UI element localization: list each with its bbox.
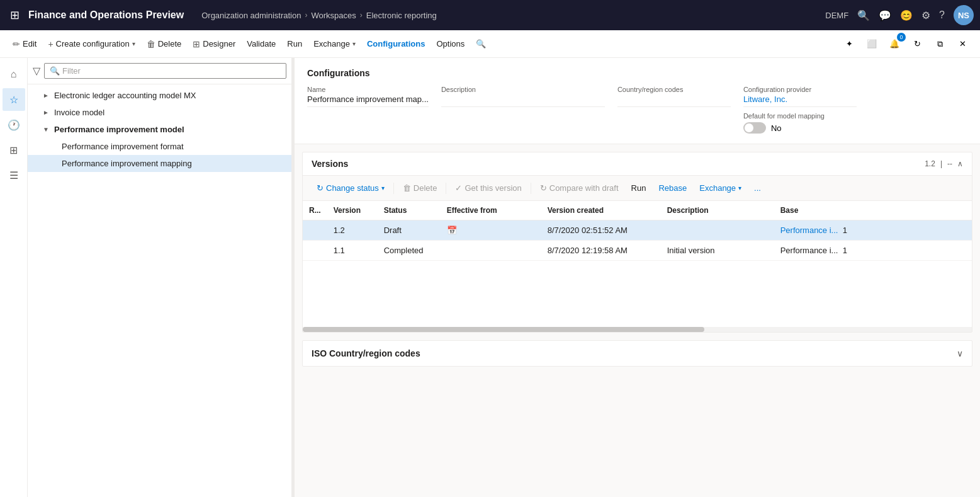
main-layout: ⌂ ☆ 🕐 ⊞ ☰ ▽ 🔍 Filter ► Electronic ledger…	[0, 58, 980, 497]
scrollbar-thumb	[303, 327, 704, 332]
create-chevron-icon: ▾	[132, 40, 135, 47]
versions-run-button[interactable]: Run	[626, 181, 651, 195]
open-new-icon[interactable]: ⧉	[930, 34, 950, 54]
versions-exchange-chevron: ▾	[738, 185, 741, 191]
chat-icon[interactable]: 💬	[879, 9, 891, 21]
versions-dash: --	[947, 159, 952, 168]
change-status-icon: ↻	[317, 183, 324, 193]
col-header-base: Base	[774, 201, 972, 220]
config-fields: Name Performance improvement map... Desc…	[307, 86, 967, 134]
tree-funnel-icon[interactable]: ▽	[33, 65, 40, 77]
versions-sep: |	[940, 159, 942, 168]
change-status-button[interactable]: ↻ Change status ▾	[312, 181, 390, 195]
add-icon: +	[48, 39, 53, 49]
filter-search-icon: 🔍	[50, 66, 60, 76]
config-section: Configurations Name Performance improvem…	[295, 58, 980, 144]
cell-description: Initial version	[661, 241, 774, 261]
config-mapping-toggle[interactable]	[743, 122, 766, 134]
exchange-button[interactable]: Exchange ▾	[308, 35, 361, 52]
nav-recent-icon[interactable]: 🕐	[3, 113, 25, 136]
tree-item-perf-mapping[interactable]: Performance improvement mapping	[28, 155, 291, 172]
table-row[interactable]: 1.2 Draft 📅 8/7/2020 02:51:52 AM Perform…	[303, 220, 972, 241]
breadcrumb-item-1[interactable]: Organization administration	[201, 11, 301, 20]
base-link[interactable]: Performance i...	[780, 226, 838, 235]
calendar-icon[interactable]: 📅	[447, 226, 457, 235]
settings-icon[interactable]: ⚙	[921, 9, 930, 21]
options-button[interactable]: Options	[431, 35, 470, 52]
config-mapping-value: No	[771, 123, 782, 133]
col-header-status: Status	[378, 201, 441, 220]
versions-more-button[interactable]: ...	[749, 181, 766, 195]
filter-placeholder: Filter	[62, 66, 81, 76]
nav-modules-icon[interactable]: ☰	[3, 164, 25, 186]
versions-table-wrapper: R... Version Status Effective from Versi…	[303, 201, 972, 327]
iso-chevron-icon: ∨	[957, 348, 963, 358]
breadcrumb-item-2[interactable]: Workspaces	[311, 11, 356, 20]
designer-icon: ⊞	[193, 39, 200, 49]
config-mapping-label: Default for model mapping	[743, 112, 857, 120]
tree-item-perf-format[interactable]: Performance improvement format	[28, 138, 291, 155]
nav-home-icon[interactable]: ⌂	[3, 63, 25, 86]
emoji-icon[interactable]: 😊	[900, 9, 913, 21]
tree-expand-icon: ►	[43, 109, 50, 116]
close-icon[interactable]: ✕	[952, 34, 972, 54]
versions-delete-button[interactable]: 🗑 Delete	[398, 181, 442, 195]
filter-input-wrapper[interactable]: 🔍 Filter	[44, 63, 286, 79]
personalize-icon[interactable]: ✦	[839, 34, 859, 54]
fullscreen-icon[interactable]: ⬜	[862, 34, 882, 54]
nav-star-icon[interactable]: ☆	[3, 88, 25, 111]
breadcrumb-chevron-1: ›	[305, 11, 307, 20]
tree-item-perf-model[interactable]: ▼ Performance improvement model	[28, 121, 291, 138]
table-row[interactable]: 1.1 Completed 8/7/2020 12:19:58 AM Initi…	[303, 241, 972, 261]
toolbar-sep-1	[393, 183, 394, 194]
user-avatar[interactable]: NS	[954, 5, 974, 25]
versions-collapse-icon[interactable]: ∧	[957, 159, 963, 168]
edit-button[interactable]: ✏ Edit	[8, 35, 42, 53]
cell-base: Performance i... 1	[774, 241, 972, 261]
compare-draft-button[interactable]: ↻ Compare with draft	[535, 181, 624, 195]
refresh-icon[interactable]: ↻	[907, 34, 927, 54]
toolbar-sep-3	[531, 183, 531, 194]
content-area: Configurations Name Performance improvem…	[295, 58, 980, 497]
config-country-field: Country/region codes	[617, 86, 731, 107]
notification-icon[interactable]: 🔔 0	[884, 34, 904, 54]
config-provider-value[interactable]: Litware, Inc.	[743, 94, 857, 107]
horizontal-scrollbar[interactable]	[303, 327, 972, 332]
rebase-button[interactable]: Rebase	[653, 181, 692, 195]
tree-item-elam[interactable]: ► Electronic ledger accounting model MX	[28, 87, 291, 104]
tree-item-label: Performance improvement mapping	[62, 159, 192, 168]
run-button[interactable]: Run	[282, 35, 307, 52]
app-grid-icon[interactable]: ⊞	[6, 4, 23, 26]
col-header-version: Version	[327, 201, 378, 220]
config-name-label: Name	[307, 86, 429, 93]
tree-item-invoice[interactable]: ► Invoice model	[28, 104, 291, 121]
config-name-value: Performance improvement map...	[307, 94, 429, 107]
top-bar: ⊞ Finance and Operations Preview Organiz…	[0, 0, 980, 30]
delete-button[interactable]: 🗑 Delete	[142, 35, 187, 53]
designer-button[interactable]: ⊞ Designer	[188, 35, 240, 53]
cell-r	[303, 241, 327, 261]
search-icon[interactable]: 🔍	[857, 9, 870, 21]
versions-exchange-button[interactable]: Exchange ▾	[694, 181, 746, 195]
search-cmd-button[interactable]: 🔍	[471, 35, 491, 52]
iso-header[interactable]: ISO Country/region codes ∨	[303, 341, 972, 366]
versions-table: R... Version Status Effective from Versi…	[303, 201, 972, 261]
get-version-button[interactable]: ✓ Get this version	[450, 181, 526, 195]
change-status-chevron: ▾	[381, 185, 385, 191]
cell-created: 8/7/2020 02:51:52 AM	[541, 220, 661, 241]
configurations-button[interactable]: Configurations	[362, 35, 430, 52]
versions-table-head: R... Version Status Effective from Versi…	[303, 201, 972, 220]
cell-effective: 📅	[441, 220, 541, 241]
validate-button[interactable]: Validate	[242, 35, 281, 52]
toolbar-sep-2	[446, 183, 446, 194]
nav-workspaces-icon[interactable]: ⊞	[3, 139, 25, 161]
top-right-icons: DEMF 🔍 💬 😊 ⚙ ? NS	[825, 5, 974, 25]
create-configuration-button[interactable]: + Create configuration ▾	[43, 35, 140, 53]
help-icon[interactable]: ?	[939, 9, 945, 21]
breadcrumb-item-3[interactable]: Electronic reporting	[366, 11, 437, 20]
command-right-actions: ✦ ⬜ 🔔 0 ↻ ⧉ ✕	[839, 34, 972, 54]
versions-meta: 1.2 | -- ∧	[925, 159, 963, 168]
versions-section: Versions 1.2 | -- ∧ ↻ Change status ▾ 🗑 …	[302, 152, 972, 333]
tree-panel: ▽ 🔍 Filter ► Electronic ledger accountin…	[28, 58, 292, 497]
config-country-label: Country/region codes	[617, 86, 731, 93]
